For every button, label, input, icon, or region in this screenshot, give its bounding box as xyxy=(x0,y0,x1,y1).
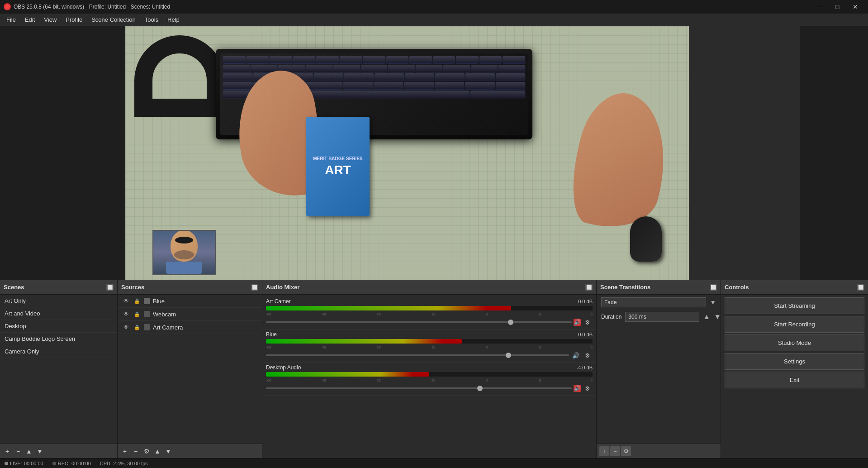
scene-transitions-panel: Scene Transitions ⬜ Fade Cut Swipe Slide… xyxy=(597,280,721,458)
sources-add-btn[interactable]: + xyxy=(120,447,129,456)
source-visibility-art-camera[interactable]: 👁 xyxy=(122,323,130,331)
status-cpu: CPU: 2.4%, 30.00 fps xyxy=(100,461,148,466)
maximize-button[interactable]: □ xyxy=(828,0,846,14)
audio-db-art-camera: 0.0 dB xyxy=(578,299,593,304)
source-item-blue[interactable]: 👁 🔒 Blue xyxy=(118,295,262,308)
controls-panel-header: Controls ⬜ xyxy=(721,280,868,295)
source-lock-webcam[interactable]: 🔒 xyxy=(133,310,141,318)
audio-mute-btn-desktop[interactable]: 🔊 xyxy=(574,385,581,392)
settings-button[interactable]: Settings xyxy=(725,353,864,370)
preview-canvas: MERIT BADGE SERIES ART xyxy=(125,26,689,280)
audio-controls-desktop: 🔊 ⚙ xyxy=(266,383,593,393)
source-lock-blue[interactable]: 🔒 xyxy=(133,297,141,305)
transitions-panel-header: Scene Transitions ⬜ xyxy=(597,280,721,295)
transition-type-row: Fade Cut Swipe Slide Stinger Luma Wipe ▼ xyxy=(597,295,721,310)
exit-button[interactable]: Exit xyxy=(725,372,864,388)
menu-tools[interactable]: Tools xyxy=(140,14,163,25)
duration-spinner-down[interactable]: ▼ xyxy=(714,313,721,321)
preview-book: MERIT BADGE SERIES ART xyxy=(306,117,370,216)
duration-input[interactable] xyxy=(625,312,699,322)
menu-file[interactable]: File xyxy=(2,14,20,25)
menu-profile[interactable]: Profile xyxy=(61,14,87,25)
sources-up-btn[interactable]: ▲ xyxy=(153,447,162,456)
audio-volume-slider-art-camera[interactable] xyxy=(266,321,572,323)
window-title: OBS 25.0.8 (64-bit, windows) - Profile: … xyxy=(14,4,810,10)
source-item-webcam[interactable]: 👁 🔒 Webcam xyxy=(118,308,262,321)
source-label-blue: Blue xyxy=(153,298,165,305)
source-icon-art-camera xyxy=(144,324,150,330)
transition-settings-btn[interactable]: ⚙ xyxy=(621,446,631,456)
source-item-art-camera[interactable]: 👁 🔒 Art Camera xyxy=(118,321,262,334)
source-visibility-webcam[interactable]: 👁 xyxy=(122,310,130,318)
audio-settings-btn-art-camera[interactable]: ⚙ xyxy=(583,317,593,327)
source-icon-audio xyxy=(144,298,150,304)
minimize-button[interactable]: ─ xyxy=(810,0,828,14)
scene-item-camera-only[interactable]: Camera Only xyxy=(0,345,117,358)
audio-collapse-btn[interactable]: ⬜ xyxy=(585,284,593,291)
meter-ticks-blue: -60-40-20-10-6-30 xyxy=(266,345,593,349)
studio-mode-button[interactable]: Studio Mode xyxy=(725,334,864,351)
audio-slider-thumb-art-camera[interactable] xyxy=(508,320,513,325)
sources-remove-btn[interactable]: − xyxy=(131,447,140,456)
start-streaming-button[interactable]: Start Streaming xyxy=(725,297,864,314)
sources-panel-footer: + − ⚙ ▲ ▼ xyxy=(118,444,262,458)
scene-item-camp-boddie[interactable]: Camp Boddie Logo Screen xyxy=(0,333,117,345)
rec-label: REC: xyxy=(58,461,70,466)
transition-remove-btn[interactable]: − xyxy=(610,446,620,456)
audio-db-blue: 0.0 dB xyxy=(578,332,593,337)
status-live: LIVE: 00:00:00 xyxy=(5,461,43,466)
scenes-panel-footer: + − ▲ ▼ xyxy=(0,444,117,458)
scenes-up-btn[interactable]: ▲ xyxy=(24,447,33,456)
menu-help[interactable]: Help xyxy=(163,14,184,25)
menubar: File Edit View Profile Scene Collection … xyxy=(0,14,868,26)
preview-mouse xyxy=(630,216,662,262)
scenes-down-btn[interactable]: ▼ xyxy=(35,447,44,456)
status-rec: REC: 00:00:00 xyxy=(52,461,91,466)
audio-mute-btn-art-camera[interactable]: 🔊 xyxy=(574,319,581,326)
scenes-panel: Scenes ⬜ Art Only Art and Video Desktop … xyxy=(0,280,118,458)
controls-panel: Controls ⬜ Start Streaming Start Recordi… xyxy=(721,280,868,458)
controls-collapse-btn[interactable]: ⬜ xyxy=(857,284,864,291)
audio-mute-btn-blue[interactable]: 🔊 xyxy=(571,350,581,360)
transitions-collapse-btn[interactable]: ⬜ xyxy=(710,284,717,291)
webcam-person xyxy=(153,231,215,274)
source-icon-video xyxy=(144,311,150,317)
sources-down-btn[interactable]: ▼ xyxy=(164,447,173,456)
menu-view[interactable]: View xyxy=(39,14,61,25)
scenes-remove-btn[interactable]: − xyxy=(14,447,23,456)
scene-item-art-and-video[interactable]: Art and Video xyxy=(0,307,117,320)
audio-settings-btn-desktop[interactable]: ⚙ xyxy=(583,383,593,393)
audio-channel-blue: Blue 0.0 dB -60-40-20-10-6-30 🔊 ⚙ xyxy=(262,330,596,363)
audio-meter-bar-blue xyxy=(266,339,462,344)
audio-slider-thumb-blue[interactable] xyxy=(506,353,511,358)
transition-add-btn[interactable]: + xyxy=(599,446,609,456)
sources-settings-btn[interactable]: ⚙ xyxy=(142,447,151,456)
audio-meter-art-camera xyxy=(266,306,593,310)
menu-scene-collection[interactable]: Scene Collection xyxy=(87,14,140,25)
sources-collapse-btn[interactable]: ⬜ xyxy=(251,284,258,291)
audio-slider-thumb-desktop[interactable] xyxy=(477,386,483,391)
audio-channels: Art Camer 0.0 dB -60-40-20-10-6-30 🔊 ⚙ xyxy=(262,295,596,458)
source-lock-art-camera[interactable]: 🔒 xyxy=(133,323,141,331)
scenes-collapse-btn[interactable]: ⬜ xyxy=(106,284,114,291)
audio-volume-slider-blue[interactable] xyxy=(266,354,569,356)
audio-settings-btn-blue[interactable]: ⚙ xyxy=(583,350,593,360)
menu-edit[interactable]: Edit xyxy=(20,14,39,25)
start-recording-button[interactable]: Start Recording xyxy=(725,316,864,333)
scene-item-desktop[interactable]: Desktop xyxy=(0,320,117,333)
scene-item-art-only[interactable]: Art Only xyxy=(0,295,117,307)
transition-type-select[interactable]: Fade Cut Swipe Slide Stinger Luma Wipe xyxy=(601,297,706,307)
duration-spinner-up[interactable]: ▲ xyxy=(703,313,710,321)
audio-volume-slider-desktop[interactable] xyxy=(266,387,572,389)
scenes-add-btn[interactable]: + xyxy=(3,447,12,456)
meter-ticks-desktop: -60-40-20-10-6-30 xyxy=(266,378,593,382)
audio-name-desktop: Desktop Audio xyxy=(266,364,301,371)
sources-panel-title: Sources xyxy=(121,284,144,291)
source-visibility-blue[interactable]: 👁 xyxy=(122,297,130,305)
audio-db-desktop: -4.0 dB xyxy=(577,365,593,370)
rec-indicator xyxy=(52,462,56,465)
close-button[interactable]: ✕ xyxy=(846,0,864,14)
source-label-art-camera: Art Camera xyxy=(153,324,183,331)
webcam-head xyxy=(171,230,198,262)
titlebar-controls: ─ □ ✕ xyxy=(810,0,864,14)
